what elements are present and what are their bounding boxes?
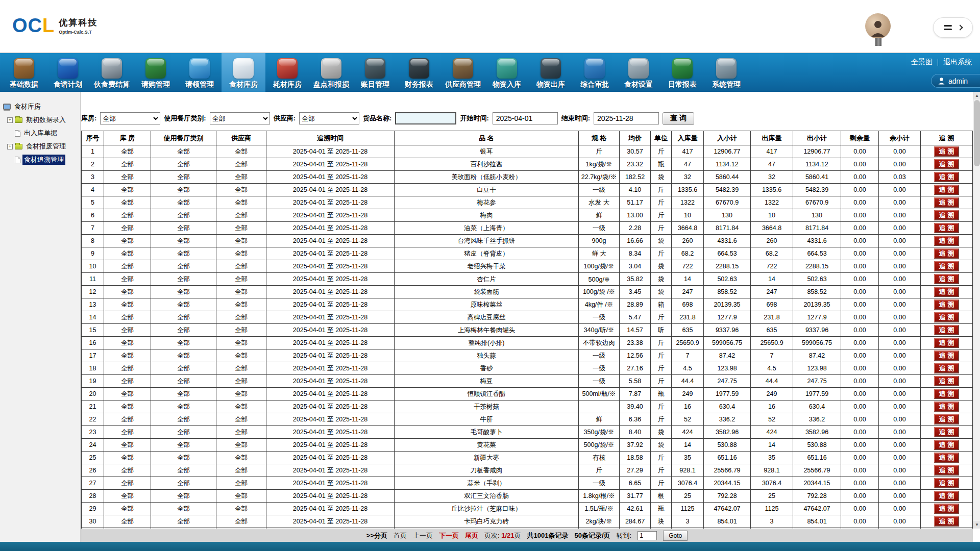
sidebar-item-5[interactable]: 食材追溯管理	[0, 153, 80, 166]
trace-button[interactable]: 追 溯	[934, 287, 960, 297]
query-button[interactable]: 查 询	[663, 112, 694, 125]
end-date-input[interactable]	[594, 112, 659, 124]
scroll-up-arrow-icon[interactable]: ▲	[973, 92, 980, 99]
trace-button[interactable]: 追 溯	[934, 325, 960, 335]
nav-item-13[interactable]: 物资出库	[529, 53, 573, 92]
trace-button[interactable]: 追 溯	[934, 338, 960, 348]
nav-item-17[interactable]: 系统管理	[704, 53, 748, 92]
nav-item-16[interactable]: 日常报表	[660, 53, 704, 92]
nav-item-8[interactable]: 盘点和报损	[309, 53, 353, 92]
cell: 10	[672, 209, 704, 222]
trace-button[interactable]: 追 溯	[934, 274, 960, 284]
sidebar-item-2[interactable]: +期初数据录入	[0, 113, 80, 127]
trace-button[interactable]: 追 溯	[934, 299, 960, 310]
trace-button[interactable]: 追 溯	[934, 453, 960, 463]
cell: 858.52	[704, 286, 751, 298]
panorama-link[interactable]: 全景图	[911, 58, 933, 67]
nav-item-1[interactable]: 基础数据	[2, 53, 46, 92]
depot-select[interactable]: 全部	[100, 112, 160, 124]
logout-link[interactable]: 退出系统	[943, 58, 972, 67]
current-user-button[interactable]: admin	[931, 74, 980, 88]
nav-item-7[interactable]: 耗材库房	[265, 53, 309, 92]
nav-item-3[interactable]: 伙食费结算	[90, 53, 134, 92]
nav-item-2[interactable]: 食谱计划	[46, 53, 90, 92]
goto-button[interactable]: Goto	[663, 531, 688, 541]
sidebar-item-3[interactable]: 出入库单据	[0, 127, 80, 140]
cell: 44.4	[751, 375, 793, 388]
trace-button[interactable]: 追 溯	[934, 350, 960, 361]
cell: 全部	[104, 388, 151, 400]
expander-icon[interactable]: +	[7, 117, 13, 123]
trace-button[interactable]: 追 溯	[934, 210, 960, 220]
menu-toggle-button[interactable]	[933, 17, 973, 38]
trace-button[interactable]: 追 溯	[934, 440, 960, 450]
sidebar-item-1[interactable]: 食材库房	[0, 100, 80, 113]
trace-button[interactable]: 追 溯	[934, 402, 960, 412]
person-icon	[938, 78, 945, 85]
cell: 斤	[651, 477, 672, 490]
trace-button[interactable]: 追 溯	[934, 516, 960, 527]
prev-page-link[interactable]: 上一页	[413, 531, 433, 540]
cell: 全部	[151, 362, 216, 375]
cell: 14	[672, 439, 704, 452]
cell: 130	[704, 209, 751, 222]
nav-item-4[interactable]: 请购管理	[134, 53, 178, 92]
goto-page-input[interactable]	[638, 531, 657, 540]
trace-button[interactable]: 追 溯	[934, 248, 960, 259]
category-select[interactable]: 全部	[210, 112, 270, 124]
nav-item-11[interactable]: 供应商管理	[441, 53, 485, 92]
cell: 0.00	[841, 337, 879, 349]
cell: 28.89	[620, 298, 651, 311]
cell: 全部	[104, 503, 151, 515]
first-page-link[interactable]: 首页	[394, 531, 407, 540]
expander-icon[interactable]: +	[7, 144, 13, 149]
sidebar-item-4[interactable]: +食材报废管理	[0, 140, 80, 153]
trace-button[interactable]: 追 溯	[934, 172, 960, 182]
last-page-link[interactable]: 尾页	[465, 531, 478, 540]
trace-button[interactable]: 追 溯	[934, 261, 960, 271]
cell: 斤	[651, 400, 672, 413]
nav-item-9[interactable]: 账目管理	[353, 53, 397, 92]
goods-name-input[interactable]	[395, 112, 456, 124]
trace-button[interactable]: 追 溯	[934, 478, 960, 488]
trace-button[interactable]: 追 溯	[934, 236, 960, 246]
trace-button[interactable]: 追 溯	[934, 389, 960, 399]
start-time-label: 开始时间:	[460, 114, 488, 123]
trace-button[interactable]: 追 溯	[934, 465, 960, 475]
vertical-scrollbar[interactable]: ▲ ▼	[973, 92, 980, 529]
trace-button[interactable]: 追 溯	[934, 376, 960, 386]
nav-item-15[interactable]: 食材设置	[617, 53, 660, 92]
cell: 0.00	[841, 222, 879, 235]
trace-button[interactable]: 追 溯	[934, 427, 960, 437]
nav-item-14[interactable]: 综合审批	[573, 53, 617, 92]
supplier-select[interactable]: 全部	[299, 112, 359, 124]
trace-button[interactable]: 追 溯	[934, 504, 960, 514]
trace-button[interactable]: 追 溯	[934, 223, 960, 233]
column-header: 使用餐厅类别	[151, 131, 216, 145]
nav-item-label: 基础数据	[10, 80, 38, 89]
start-date-input[interactable]	[493, 112, 558, 124]
trace-button[interactable]: 追 溯	[934, 363, 960, 373]
scrollbar-thumb[interactable]	[974, 100, 980, 166]
trace-button[interactable]: 追 溯	[934, 491, 960, 501]
user-avatar[interactable]	[865, 13, 891, 39]
trace-button[interactable]: 追 溯	[934, 159, 960, 169]
cell: 全部	[104, 158, 151, 171]
cell: 0.00	[841, 311, 879, 324]
next-page-link[interactable]: 下一页	[439, 531, 459, 540]
scroll-down-arrow-icon[interactable]: ▼	[973, 521, 980, 529]
cell: 3582.96	[793, 426, 841, 439]
nav-item-12[interactable]: 物资入库	[485, 53, 529, 92]
sidebar-tree: 食材库房+期初数据录入出入库单据+食材报废管理食材追溯管理	[0, 100, 80, 166]
nav-item-6[interactable]: 食材库房	[222, 53, 265, 92]
cell: 4.5	[751, 362, 793, 375]
trace-button[interactable]: 追 溯	[934, 197, 960, 208]
trace-button[interactable]: 追 溯	[934, 185, 960, 195]
cell: 袋	[651, 426, 672, 439]
nav-item-5[interactable]: 请领管理	[178, 53, 222, 92]
logo-text: 优算科技 Optim-Calc.S.T	[59, 17, 97, 35]
trace-button[interactable]: 追 溯	[934, 146, 960, 157]
trace-button[interactable]: 追 溯	[934, 414, 960, 424]
nav-item-10[interactable]: 财务报表	[397, 53, 441, 92]
trace-button[interactable]: 追 溯	[934, 312, 960, 322]
